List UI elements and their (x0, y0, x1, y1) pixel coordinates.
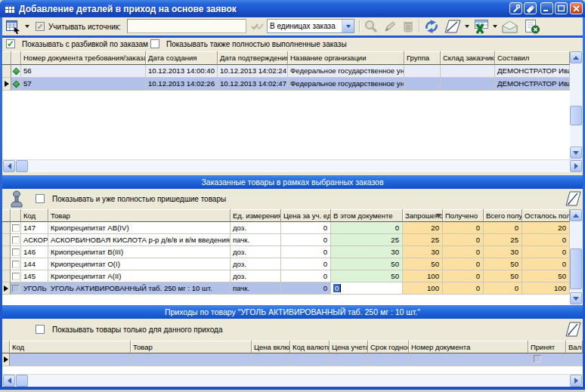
minimize-button[interactable] (540, 2, 553, 14)
column-header[interactable]: Название организации (288, 51, 404, 65)
order-status-diamond-icon (11, 65, 21, 78)
scroll-left-button[interactable] (3, 375, 15, 387)
column-header[interactable]: Ед. измерения (231, 209, 281, 222)
item-checkbox[interactable] (11, 222, 21, 234)
scroll-up-button[interactable] (570, 51, 582, 63)
scroll-up-button[interactable] (570, 209, 582, 221)
column-header[interactable]: Код (21, 209, 48, 222)
cell-code: 145 (21, 270, 48, 282)
column-header[interactable]: Валюта (566, 341, 583, 353)
scroll-thumb[interactable] (16, 160, 28, 172)
cell-requested: 20 (403, 222, 443, 234)
split-by-orders-checkbox[interactable]: ✓ (6, 39, 15, 48)
cell-confirmed: 10.12.2013 14:02:24 (218, 65, 288, 78)
items-vscrollbar[interactable] (570, 209, 583, 305)
corner-header (11, 209, 21, 222)
item-row[interactable]: 144Криопреципитат О(I)доз.050500500 (2, 258, 570, 270)
column-header[interactable]: Склад заказчик (441, 51, 495, 65)
column-header[interactable]: Товар (131, 341, 252, 353)
column-header[interactable]: Номер документа (409, 341, 528, 353)
cell-name: АСКОРБИНОВАЯ КИСЛОТА р-р д/в/в и в/м вве… (48, 234, 231, 246)
cell-received: 0 (443, 270, 484, 282)
receipts-hscrollbar[interactable] (2, 374, 583, 387)
units-combobox[interactable]: В единицах заказа (267, 19, 354, 33)
window: Добавление деталей в приход на основе за… (0, 0, 585, 392)
order-row[interactable]: 5610.12.2013 14:00:4010.12.2013 14:02:24… (2, 65, 570, 78)
combobox-dropdown-button[interactable] (342, 20, 354, 32)
cell-in_doc: 0 (331, 282, 403, 295)
column-header[interactable]: Группа (404, 51, 441, 65)
cell-unit: доз. (231, 222, 281, 234)
column-header[interactable]: Составил (495, 51, 570, 65)
receipts-print-button[interactable] (565, 321, 581, 341)
cell-name (131, 353, 252, 366)
scroll-left-button[interactable] (3, 160, 15, 172)
item-checkbox[interactable] (11, 258, 21, 270)
scroll-down-button[interactable] (570, 147, 582, 159)
scroll-right-button[interactable] (570, 160, 582, 172)
orders-vscrollbar[interactable] (570, 51, 583, 159)
scroll-thumb[interactable] (570, 248, 582, 289)
cell-confirmed: 10.12.2013 14:02:47 (218, 78, 288, 91)
order-row[interactable]: 5710.12.2013 14:02:2610.12.2013 14:02:47… (2, 78, 570, 91)
cell-price: 0 (281, 246, 331, 258)
column-header[interactable]: Дата создания (146, 51, 218, 65)
column-header[interactable]: Принят (528, 341, 566, 353)
scroll-thumb[interactable] (16, 375, 28, 387)
cell-requested: 100 (403, 282, 443, 295)
receipts-toolbar-row: Показывать товары только для данного при… (2, 319, 583, 341)
column-header[interactable]: Запрошено (403, 209, 443, 222)
column-header[interactable]: Код валюты (290, 341, 330, 353)
accepted-checkbox[interactable] (534, 355, 541, 363)
show-completed-checkbox[interactable] (150, 39, 159, 48)
mail-button[interactable] (501, 18, 518, 35)
row-marker (2, 234, 11, 246)
column-header[interactable]: Код (10, 341, 131, 353)
column-header[interactable]: Цена за уч. ед. (281, 209, 331, 222)
orders-hscrollbar[interactable] (2, 159, 583, 172)
column-header[interactable]: Цена включая (252, 341, 290, 353)
maximize-button[interactable] (555, 2, 568, 14)
eraser-button[interactable] (524, 2, 537, 14)
table-select-icon (5, 20, 22, 34)
items-print-button[interactable] (565, 190, 581, 210)
column-header[interactable]: Цена учета (330, 341, 368, 353)
show-arrived-checkbox[interactable] (36, 194, 45, 203)
column-header[interactable]: Дата подтверждения (218, 51, 288, 65)
only-this-receipt-checkbox[interactable] (36, 325, 45, 334)
column-header[interactable]: Номер документа требования/заказа (21, 51, 146, 65)
column-header[interactable]: В этом документе (331, 209, 403, 222)
editing-value: 0 (333, 284, 340, 292)
column-header[interactable]: Товар (48, 209, 231, 222)
close-button[interactable] (570, 2, 583, 14)
trash-icon (401, 20, 415, 33)
excel-export-button[interactable] (472, 18, 497, 35)
item-checkbox[interactable] (11, 270, 21, 282)
column-header[interactable]: Срок годности (368, 341, 409, 353)
item-checkbox[interactable] (11, 246, 21, 258)
stamp-button[interactable] (8, 190, 25, 211)
receipt-row[interactable] (2, 353, 583, 366)
item-row[interactable]: АСКОРАСКОРБИНОВАЯ КИСЛОТА р-р д/в/в и в/… (2, 234, 570, 246)
column-header[interactable]: Осталось получить (522, 209, 570, 222)
item-row[interactable]: 146Криопреципитат В(III)доз.030300300 (2, 246, 570, 258)
table-select-button[interactable] (5, 18, 29, 35)
column-header[interactable]: Получено (443, 209, 484, 222)
scroll-right-button[interactable] (570, 375, 582, 387)
row-marker (2, 78, 11, 91)
cell-code: 144 (21, 258, 48, 270)
item-row[interactable]: 147Криопреципитат АВ(IV)доз.00200020 (2, 222, 570, 234)
column-header[interactable]: Всего получено (484, 209, 522, 222)
wrench-button[interactable] (509, 2, 522, 14)
item-checkbox[interactable] (11, 282, 21, 295)
scroll-down-button[interactable] (570, 292, 582, 304)
item-checkbox[interactable] (11, 234, 21, 246)
item-row[interactable]: УГОЛЬУГОЛЬ АКТИВИРОВАННЫЙ таб. 250 мг : … (2, 282, 570, 295)
close-document-button[interactable] (524, 18, 540, 35)
refresh-button[interactable] (423, 18, 440, 35)
scroll-thumb[interactable] (570, 106, 582, 125)
print-button[interactable] (444, 18, 469, 35)
search-icon (364, 20, 379, 33)
item-row[interactable]: 145Криопреципитат А(II)доз.05010005050 (2, 270, 570, 282)
cell-left: 50 (522, 270, 570, 282)
